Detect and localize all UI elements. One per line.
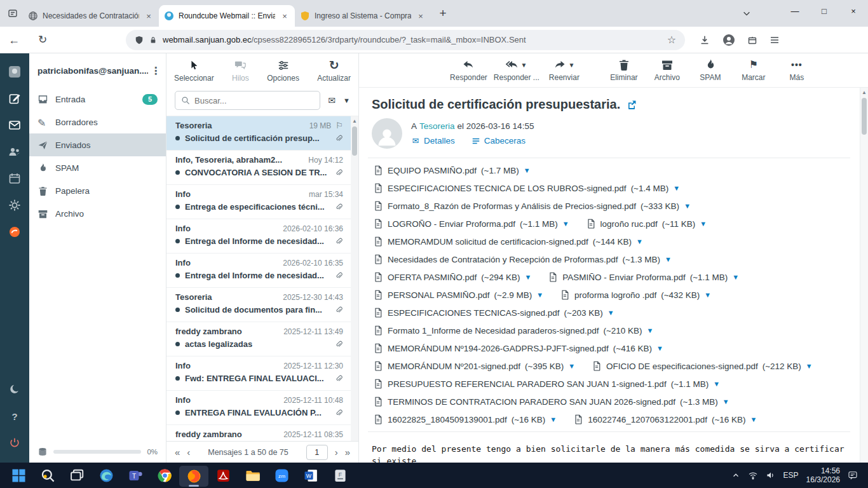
attachment-menu-caret-icon[interactable]: ▼: [704, 291, 711, 299]
attachment-menu-caret-icon[interactable]: ▼: [607, 309, 614, 316]
folder-item-borradores[interactable]: ✎Borradores: [29, 111, 166, 133]
message-list-item[interactable]: Info2025-12-11 10:48ENTREGA FINAL EVALUA…: [166, 391, 358, 425]
wifi-icon[interactable]: [748, 470, 758, 480]
attachment-item[interactable]: OFERTA PASMIÑO.pdf(~294 KB)▼: [373, 268, 531, 286]
attachment-menu-caret-icon[interactable]: ▼: [713, 380, 720, 388]
rail-contacts-button[interactable]: [0, 139, 29, 165]
attachment-menu-caret-icon[interactable]: ▼: [806, 362, 813, 370]
list-scrollbar[interactable]: ▲: [351, 116, 358, 441]
rail-logo-button[interactable]: [0, 58, 29, 85]
attachment-menu-caret-icon[interactable]: ▼: [722, 398, 729, 405]
window-close-button[interactable]: ×: [839, 0, 868, 22]
attachment-item[interactable]: ESPECIFICACIONES TECNICA DE LOS RUBROS-s…: [373, 179, 680, 197]
message-list-item[interactable]: Info2025-12-11 12:30Fwd: ENTREGA FINAL E…: [166, 356, 358, 391]
tab-close-icon[interactable]: ×: [416, 11, 426, 21]
rail-calendar-button[interactable]: [0, 165, 29, 192]
view-scrollbar[interactable]: ▲: [860, 88, 868, 463]
open-in-new-window-icon[interactable]: [627, 100, 637, 110]
message-list-item[interactable]: freddy zambrano2025-12-11 13:49actas leg…: [166, 322, 358, 356]
browser-tab[interactable]: Roundcube Webmail :: Enviados×: [159, 5, 295, 27]
attachment-item[interactable]: MEMORÁNDUM Nº194-2026-GADPRSJ-PJFT-signe…: [373, 339, 663, 357]
attachment-item[interactable]: LOGROÑO - Enviar Proforma.pdf(~1.1 MB)▼: [373, 215, 569, 233]
attachment-menu-caret-icon[interactable]: ▼: [562, 220, 569, 227]
page-input[interactable]: [306, 445, 328, 460]
recipient-link[interactable]: Tesoreria: [419, 121, 455, 131]
message-list-item[interactable]: Info2026-02-10 16:35Entrega del Informe …: [166, 254, 358, 288]
message-tool-dots[interactable]: •••Más: [778, 58, 815, 82]
attachment-item[interactable]: Necesidades de Contratación y Recepción …: [373, 250, 672, 268]
flag-icon[interactable]: ⚐: [336, 121, 343, 130]
message-tool-archive[interactable]: Archivo: [649, 58, 686, 82]
details-link[interactable]: ✉Detalles: [411, 136, 455, 146]
tab-close-icon[interactable]: ×: [280, 11, 290, 21]
taskbar-app-firefox[interactable]: [179, 466, 208, 487]
attachment-menu-caret-icon[interactable]: ▼: [568, 362, 575, 370]
address-bar[interactable]: webmail.sanjuan.gob.ec/cpsess8228965126/…: [126, 30, 685, 50]
taskbar-app-acrobat[interactable]: [208, 463, 238, 488]
attachment-menu-caret-icon[interactable]: ▼: [673, 184, 680, 192]
attachment-menu-caret-icon[interactable]: ▼: [647, 327, 654, 334]
taskbar-app-start[interactable]: [4, 463, 33, 488]
rail-compose-button[interactable]: [0, 85, 29, 112]
attachment-item[interactable]: PRESUPUESTO REFERENCIAL PARADERO SAN JUA…: [373, 375, 720, 393]
dropdown-caret-icon[interactable]: ▼: [520, 62, 527, 69]
attachment-item[interactable]: Formato_8_Razón de Proformas y Análisis …: [373, 197, 691, 215]
attachment-item[interactable]: EQUIPO PASMIÑO.pdf(~1.7 MB)▼: [373, 161, 531, 179]
list-tool-seleccionar[interactable]: Seleccionar: [174, 59, 214, 83]
taskbar-app-search[interactable]: [33, 463, 62, 488]
last-page-icon[interactable]: »: [345, 447, 350, 458]
keyboard-language[interactable]: ESP: [783, 471, 799, 480]
list-scrollbar-thumb[interactable]: [352, 126, 357, 156]
rail-settings-button[interactable]: [0, 192, 29, 219]
attachment-menu-caret-icon[interactable]: ▼: [665, 255, 672, 263]
attachment-item[interactable]: OFICIO DE especificaciones-signed.pdf(~2…: [592, 357, 813, 375]
message-tool-flag[interactable]: ⚑Marcar: [735, 58, 772, 82]
message-tool-reply[interactable]: Responder: [450, 58, 487, 82]
search-box[interactable]: [175, 91, 320, 110]
profile-avatar-icon[interactable]: [722, 34, 735, 46]
volume-icon[interactable]: [766, 470, 776, 480]
taskbar-app-word[interactable]: W: [296, 463, 325, 488]
attachment-menu-caret-icon[interactable]: ▼: [684, 202, 691, 210]
message-tool-forward[interactable]: ▼Reenviar: [546, 58, 583, 82]
view-scrollbar-thumb[interactable]: [862, 98, 867, 135]
attachment-item[interactable]: MEMORAMDUM solicitud de certificacion-si…: [373, 233, 643, 250]
message-list-item[interactable]: Info, Tesoreria, abraham2...Hoy 14:12CON…: [166, 151, 358, 185]
attachment-item[interactable]: Formato 1_Informe de Necesidad paraderos…: [373, 322, 654, 339]
tab-list-chevron-icon[interactable]: [742, 9, 751, 18]
window-minimize-button[interactable]: —: [780, 0, 810, 22]
taskbar-app-files[interactable]: F: [325, 463, 355, 488]
prev-page-icon[interactable]: ‹: [187, 447, 190, 458]
message-tool-reply-all[interactable]: ▼Responder ...: [494, 58, 539, 82]
message-tool-trash[interactable]: Eliminar: [606, 58, 642, 82]
headers-link[interactable]: Cabeceras: [471, 136, 526, 146]
folder-item-enviados[interactable]: Enviados: [29, 133, 166, 156]
search-options-chevron-icon[interactable]: ▼: [343, 97, 350, 104]
list-tool-opciones[interactable]: Opciones: [267, 59, 299, 83]
lock-icon[interactable]: [149, 36, 157, 44]
taskbar-app-zoom[interactable]: zm: [267, 463, 296, 488]
rail-help-button[interactable]: ?: [0, 403, 29, 430]
next-page-icon[interactable]: ›: [335, 447, 338, 458]
attachment-menu-caret-icon[interactable]: ▼: [536, 291, 543, 299]
search-input[interactable]: [194, 96, 314, 105]
rail-power-button[interactable]: [0, 430, 29, 456]
taskbar-app-taskview[interactable]: [62, 463, 92, 488]
account-menu-icon[interactable]: ⋮: [151, 65, 161, 77]
attachment-menu-caret-icon[interactable]: ▼: [656, 344, 663, 352]
account-row[interactable]: patriciabonifas@sanjuan.... ⋮: [29, 53, 166, 88]
menu-hamburger-icon[interactable]: [770, 35, 780, 45]
notifications-icon[interactable]: [848, 470, 858, 480]
attachment-item[interactable]: MEMORÁNDUM Nº201-signed.pdf(~395 KB)▼: [373, 357, 575, 375]
back-icon[interactable]: ←: [8, 34, 20, 46]
taskbar-app-edge[interactable]: [92, 463, 121, 488]
rail-mail-button[interactable]: [0, 112, 29, 139]
attachment-menu-caret-icon[interactable]: ▼: [750, 416, 757, 423]
message-list-item[interactable]: freddy zambrano2025-12-11 08:35: [166, 425, 358, 441]
attachment-item[interactable]: TERMINOS DE CONTRATACION PARADERO SAN JU…: [373, 393, 729, 410]
attachment-menu-caret-icon[interactable]: ▼: [524, 273, 531, 281]
first-page-icon[interactable]: «: [175, 447, 180, 458]
shield-icon[interactable]: [135, 36, 144, 44]
attachment-item[interactable]: 16022746_1207063122001.pdf(~16 KB)▼: [573, 410, 757, 428]
taskbar-app-teams[interactable]: T: [121, 463, 150, 488]
